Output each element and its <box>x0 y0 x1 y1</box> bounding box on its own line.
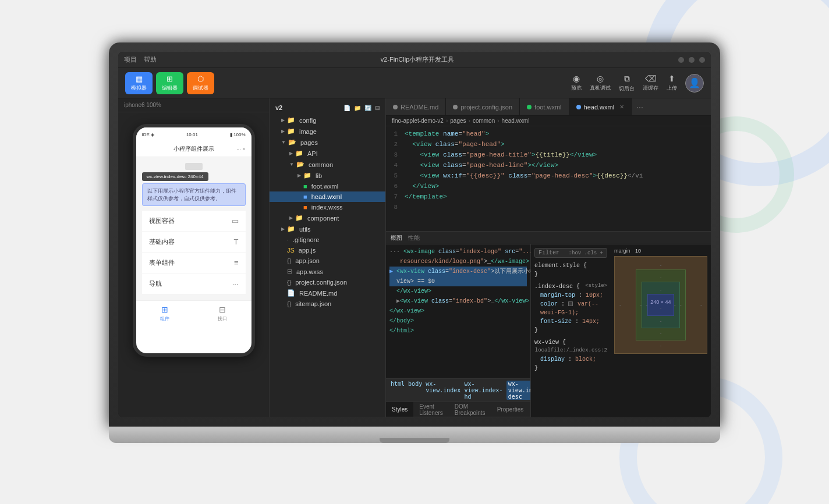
folder-icon: 📁 <box>287 116 295 124</box>
phone-nav-components[interactable]: ⊞ 组件 <box>136 305 194 322</box>
refresh-icon[interactable]: 🔄 <box>364 105 371 111</box>
breadcrumb-common: common <box>473 118 495 124</box>
phone-menu-icon-2: T <box>234 237 239 246</box>
file-label: app.json <box>295 257 320 264</box>
debug-button[interactable]: ⬡ 调试器 <box>187 72 214 94</box>
folder-arrow: ▶ <box>289 215 293 221</box>
folder-icon: 📂 <box>296 161 304 168</box>
avatar-icon: 👤 <box>689 77 700 88</box>
styles-filter[interactable]: Filter :hov .cls + <box>534 248 607 258</box>
styles-tab-props[interactable]: Properties <box>491 402 530 417</box>
new-file-icon[interactable]: 📄 <box>343 105 350 111</box>
folder-common[interactable]: ▼ 📂 common <box>270 159 385 170</box>
file-app-json[interactable]: {} app.json <box>270 255 385 266</box>
phone-menu-item-2[interactable]: 基础内容 T <box>142 232 246 252</box>
folder-config[interactable]: ▶ 📁 config <box>270 115 385 126</box>
folder-component[interactable]: ▶ 📁 component <box>270 212 385 223</box>
status-left: IDE ◈ <box>142 132 155 137</box>
tab-project-config[interactable]: project.config.json <box>446 98 520 115</box>
styles-tab-events[interactable]: Event Listeners <box>413 402 449 417</box>
folder-label: common <box>309 161 333 168</box>
simulator-label: 模拟器 <box>131 84 147 92</box>
maximize-button[interactable] <box>689 57 695 63</box>
folder-utils[interactable]: ▶ 📁 utils <box>270 223 385 235</box>
user-avatar[interactable]: 👤 <box>685 74 704 93</box>
title-bar: 项目 帮助 v2-FinClip小程序开发工具 <box>118 52 711 68</box>
phone-title-bar: 小程序组件展示 ··· × <box>136 141 251 157</box>
tab-overview[interactable]: 概图 <box>391 234 402 242</box>
file-gitignore[interactable]: · .gitignore <box>270 235 385 245</box>
folder-pages[interactable]: ▼ 📂 pages <box>270 137 385 148</box>
phone-nav-api[interactable]: ⊟ 接口 <box>194 305 251 322</box>
styles-rule-index-desc: .index-desc { <style> margin-top : 10px; <box>534 282 607 335</box>
file-icon: {} <box>287 300 291 307</box>
file-sitemap[interactable]: {} sitemap.json <box>270 299 385 309</box>
nav-api-label: 接口 <box>218 315 227 322</box>
folder-icon: 📁 <box>303 172 311 179</box>
tab-readme[interactable]: README.md <box>386 98 446 115</box>
tab-close-button[interactable]: ✕ <box>619 104 624 110</box>
file-project-config[interactable]: {} project.config.json <box>270 277 385 288</box>
styles-left: Filter :hov .cls + element.style { } <box>531 244 611 417</box>
file-icon: ⊟ <box>287 268 292 275</box>
dom-crumb-body[interactable]: body <box>408 381 422 400</box>
styles-tab-styles[interactable]: Styles <box>386 402 413 417</box>
file-label: head.wxml <box>311 193 342 200</box>
tab-head-wxml[interactable]: head.wxml ✕ <box>569 98 632 115</box>
realdev-action[interactable]: ◎ 真机调试 <box>590 74 611 92</box>
new-folder-icon[interactable]: 📁 <box>354 105 361 111</box>
preview-label: 预览 <box>571 84 582 92</box>
folder-lib[interactable]: ▶ 📁 lib <box>270 170 385 181</box>
collapse-icon[interactable]: ⊟ <box>375 105 380 111</box>
folder-image[interactable]: ▶ 📁 image <box>270 126 385 137</box>
dom-crumb-html[interactable]: html <box>391 381 405 400</box>
tab-foot-wxml[interactable]: foot.wxml <box>520 98 569 115</box>
cut-action[interactable]: ⧉ 切后台 <box>619 74 635 93</box>
tab-icon <box>393 105 398 109</box>
toolbar: ▦ 模拟器 ⊞ 编辑器 ⬡ 调试器 <box>118 68 711 98</box>
folder-icon: 📁 <box>295 150 303 157</box>
phone-menu-item-4[interactable]: 导航 ··· <box>142 274 246 294</box>
file-index-wxss[interactable]: ■ index.wxss <box>270 202 385 212</box>
menu-project[interactable]: 项目 <box>124 55 137 64</box>
file-app-js[interactable]: JS app.js <box>270 245 385 255</box>
dom-crumb-index[interactable]: wx-view.index <box>426 381 460 400</box>
tab-perf[interactable]: 性能 <box>408 234 420 242</box>
dom-crumb-hd[interactable]: wx-view.index-hd <box>464 381 502 400</box>
folder-api[interactable]: ▶ 📁 API <box>270 148 385 159</box>
editor-button[interactable]: ⊞ 编辑器 <box>156 72 183 94</box>
upload-action[interactable]: ⬆ 上传 <box>667 74 677 92</box>
padding-right-val: - <box>674 302 676 308</box>
toolbar-mode-buttons: ▦ 模拟器 ⊞ 编辑器 ⬡ 调试器 <box>125 72 214 94</box>
editor-icon: ⊞ <box>166 74 173 83</box>
styles-tab-dom[interactable]: DOM Breakpoints <box>449 402 491 417</box>
phone-status-bar: IDE ◈ 10:01 ▮ 100% <box>136 127 251 141</box>
tab-label: project.config.json <box>460 104 512 111</box>
preview-action[interactable]: ◉ 预览 <box>571 74 582 92</box>
code-editor[interactable]: 1 <template name="head"> 2 <view class="… <box>386 126 711 231</box>
dom-crumb-desc[interactable]: wx-view.index-desc <box>506 381 530 400</box>
close-button[interactable] <box>699 57 705 63</box>
status-right: ▮ 100% <box>230 132 246 137</box>
minimize-button[interactable] <box>678 57 684 63</box>
devtools-main: ··· <wx-image class="index-logo" src="..… <box>386 244 711 417</box>
file-foot-wxml[interactable]: ■ foot.wxml <box>270 181 385 191</box>
menu-help[interactable]: 帮助 <box>144 55 157 64</box>
simulator-button[interactable]: ▦ 模拟器 <box>125 72 153 94</box>
folder-arrow: ▼ <box>281 140 286 145</box>
code-line-3: 3 <view class="page-head-title">{{title}… <box>386 150 711 160</box>
code-line-6: 6 </view> <box>386 181 711 191</box>
folder-arrow: ▶ <box>281 118 285 123</box>
file-icon: ■ <box>303 193 307 200</box>
styles-content: Filter :hov .cls + element.style { } <box>531 244 711 417</box>
breadcrumb-file: head.wxml <box>502 118 530 124</box>
file-head-wxml[interactable]: ■ head.wxml <box>270 191 385 202</box>
clear-action[interactable]: ⌫ 清缓存 <box>643 74 658 92</box>
file-readme[interactable]: 📄 README.md <box>270 288 385 299</box>
tab-more-button[interactable]: ··· <box>632 98 648 115</box>
phone-menu-item-3[interactable]: 表单组件 ≡ <box>142 253 246 273</box>
folder-label: API <box>307 150 318 157</box>
file-app-wxss[interactable]: ⊟ app.wxss <box>270 266 385 277</box>
phone-menu-item-1[interactable]: 视图容器 ▭ <box>142 211 246 231</box>
folder-arrow: ▶ <box>281 226 285 232</box>
